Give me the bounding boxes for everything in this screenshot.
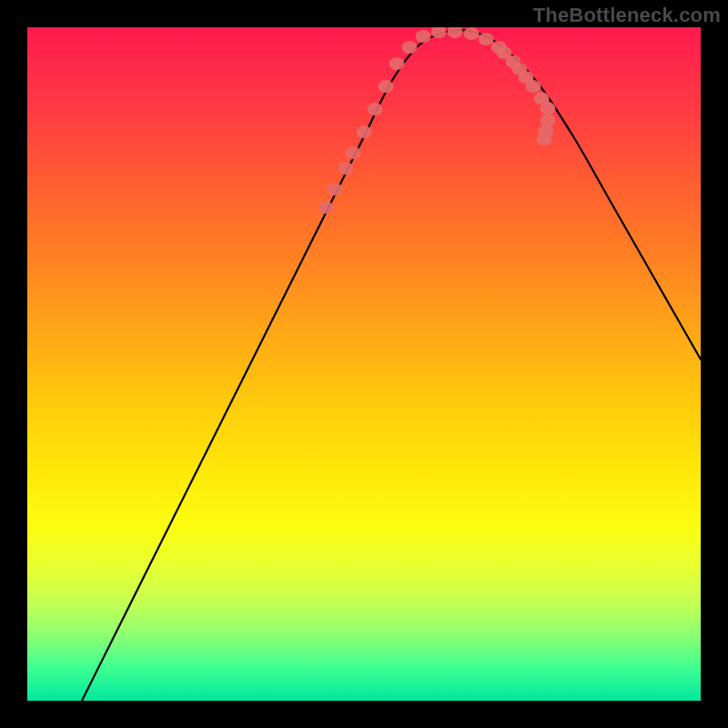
watermark-label: TheBottleneck.com [533, 4, 721, 27]
highlight-dot [402, 41, 418, 54]
highlight-dot [416, 30, 431, 43]
highlight-dot [379, 80, 394, 93]
highlight-dot [389, 57, 405, 70]
highlight-dot [464, 27, 480, 40]
highlight-dot [368, 103, 383, 116]
highlight-dot [448, 27, 463, 38]
highlight-dot [346, 147, 361, 159]
highlight-dot [541, 114, 556, 126]
plot-area [27, 27, 701, 701]
highlight-dot [328, 183, 343, 196]
highlight-dot [537, 133, 552, 146]
highlight-dot [479, 33, 494, 46]
chart-frame: TheBottleneck.com [0, 0, 728, 728]
highlight-dot [526, 80, 541, 93]
highlight-markers [318, 27, 556, 214]
highlight-dot [357, 126, 372, 138]
highlight-dot [318, 201, 334, 214]
highlight-dot [541, 102, 556, 115]
chart-svg [27, 27, 701, 701]
highlight-dot [339, 162, 354, 175]
bottleneck-curve [82, 30, 701, 701]
